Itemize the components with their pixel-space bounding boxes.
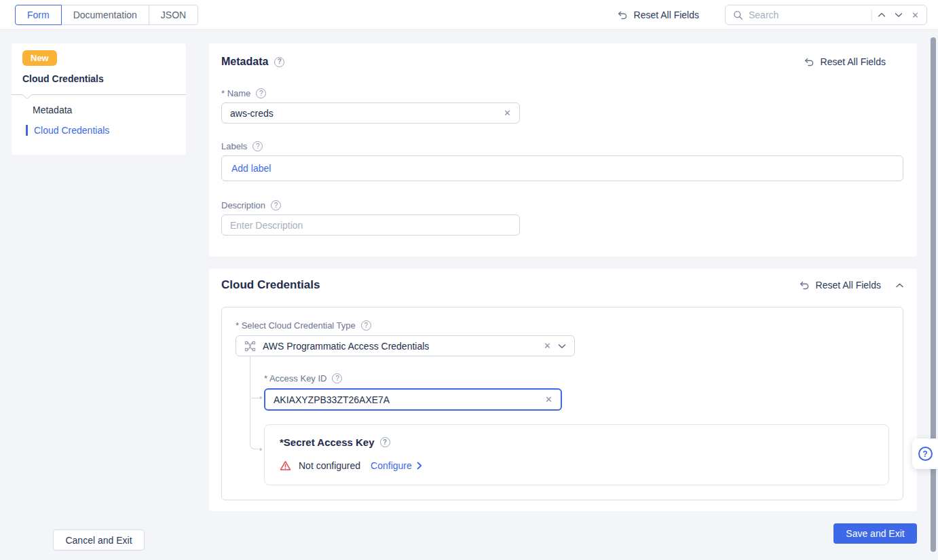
labels-field-label: Labels ? <box>221 141 263 151</box>
vertical-scrollbar[interactable] <box>931 37 936 552</box>
sidebar-divider <box>12 94 186 95</box>
sidebar-item-metadata[interactable]: Metadata <box>33 105 72 115</box>
tree-connector-line <box>250 356 250 445</box>
credential-type-label-text: * Select Cloud Credential Type <box>236 320 356 331</box>
reset-all-fields-label: Reset All Fields <box>634 10 699 20</box>
secret-key-status-text: Not configured <box>299 460 360 471</box>
search-input[interactable] <box>749 10 866 20</box>
tab-documentation[interactable]: Documentation <box>61 5 149 25</box>
help-icon[interactable]: ? <box>274 57 284 67</box>
page: Form Documentation JSON Reset All Fields <box>0 0 938 560</box>
tree-connector-dot <box>259 396 262 399</box>
search-icon <box>733 10 743 20</box>
view-tab-group: Form Documentation JSON <box>15 5 198 25</box>
labels-label-text: Labels <box>221 141 247 151</box>
save-and-exit-button[interactable]: Save and Exit <box>833 523 917 544</box>
undo-icon <box>799 280 810 291</box>
tree-connector-elbow <box>250 441 259 449</box>
help-icon[interactable]: ? <box>361 320 371 331</box>
help-icon[interactable]: ? <box>252 141 263 151</box>
credential-type-value: AWS Programmatic Access Credentials <box>263 341 537 352</box>
sidebar: New Cloud Credentials Metadata Cloud Cre… <box>12 43 186 155</box>
clear-name-icon[interactable]: ✕ <box>504 109 511 117</box>
help-icon: ? <box>918 447 933 461</box>
help-icon[interactable]: ? <box>380 437 390 447</box>
description-input[interactable] <box>230 220 511 231</box>
reset-all-fields-button[interactable]: Reset All Fields <box>617 10 699 20</box>
tree-connector-dot <box>259 448 262 451</box>
tab-json[interactable]: JSON <box>149 5 198 25</box>
chevron-right-icon <box>417 462 422 470</box>
clear-access-key-icon[interactable]: ✕ <box>545 395 552 404</box>
cloud-credentials-title-text: Cloud Credentials <box>221 278 320 292</box>
sidebar-title: Cloud Credentials <box>22 73 104 84</box>
add-label-link[interactable]: Add label <box>231 163 271 174</box>
description-label-text: Description <box>221 200 265 210</box>
help-icon[interactable]: ? <box>256 88 266 98</box>
metadata-title-text: Metadata <box>221 56 268 68</box>
name-field-label: * Name ? <box>221 88 266 98</box>
name-input[interactable]: aws-creds ✕ <box>221 102 520 124</box>
top-toolbar: Form Documentation JSON Reset All Fields <box>0 0 938 30</box>
secret-access-key-card: *Secret Access Key ? Not configured Conf… <box>264 424 889 485</box>
credential-type-container: * Select Cloud Credential Type ? AWS Pro… <box>221 307 903 500</box>
warning-icon <box>280 460 291 471</box>
metadata-reset-all-button[interactable]: Reset All Fields <box>804 56 886 67</box>
credential-type-select[interactable]: AWS Programmatic Access Credentials ✕ <box>236 335 575 356</box>
close-search-icon[interactable]: ✕ <box>912 11 919 20</box>
configure-link[interactable]: Configure <box>371 460 422 471</box>
access-key-value: AKIAXYZPB33ZT26AXE7A <box>274 394 538 405</box>
metadata-section-title: Metadata ? <box>221 56 284 68</box>
cloud-credentials-section-title: Cloud Credentials <box>221 278 320 292</box>
reset-label: Reset All Fields <box>821 56 886 67</box>
tab-form[interactable]: Form <box>15 5 62 25</box>
undo-icon <box>617 10 628 20</box>
sidebar-item-cloud-credentials[interactable]: Cloud Credentials <box>26 125 109 136</box>
toolbar-right: Reset All Fields ✕ <box>617 0 927 30</box>
connection-icon <box>244 341 256 352</box>
secret-key-status-row: Not configured Configure <box>280 460 422 471</box>
access-key-input[interactable]: AKIAXYZPB33ZT26AXE7A ✕ <box>264 388 562 411</box>
search-box: ✕ <box>725 5 927 25</box>
chevron-up-icon[interactable] <box>878 12 886 18</box>
help-button[interactable]: ? <box>912 438 938 469</box>
chevron-down-icon[interactable] <box>558 343 566 349</box>
labels-container: Add label <box>221 155 903 181</box>
cloud-credentials-section: Cloud Credentials Reset All Fields * Sel… <box>209 269 917 511</box>
name-label-text: * Name <box>221 88 250 98</box>
search-controls: ✕ <box>878 11 919 20</box>
metadata-section: Metadata ? Reset All Fields * Name ? aws… <box>209 43 917 257</box>
description-field-label: Description ? <box>221 200 281 210</box>
tree-connector-branch <box>252 398 259 398</box>
secret-key-title: *Secret Access Key ? <box>280 436 390 448</box>
reset-label: Reset All Fields <box>816 280 881 291</box>
cloud-credentials-reset-all-button[interactable]: Reset All Fields <box>799 280 881 291</box>
configure-link-text: Configure <box>371 460 412 471</box>
name-value: aws-creds <box>230 108 497 119</box>
collapse-section-icon[interactable] <box>896 283 903 288</box>
undo-icon <box>804 56 814 67</box>
access-key-label-text: * Access Key ID <box>264 373 326 384</box>
credential-type-label: * Select Cloud Credential Type ? <box>236 320 371 331</box>
chevron-down-icon[interactable] <box>895 12 903 18</box>
access-key-label: * Access Key ID ? <box>264 373 342 384</box>
secret-key-title-text: *Secret Access Key <box>280 436 375 448</box>
cancel-and-exit-button[interactable]: Cancel and Exit <box>53 529 145 550</box>
help-icon[interactable]: ? <box>332 373 342 384</box>
description-input-wrap <box>221 214 520 236</box>
divider-notch-icon <box>22 94 32 100</box>
help-icon[interactable]: ? <box>271 200 281 210</box>
clear-type-icon[interactable]: ✕ <box>544 341 551 350</box>
search-divider <box>871 10 872 20</box>
new-badge: New <box>22 50 57 66</box>
